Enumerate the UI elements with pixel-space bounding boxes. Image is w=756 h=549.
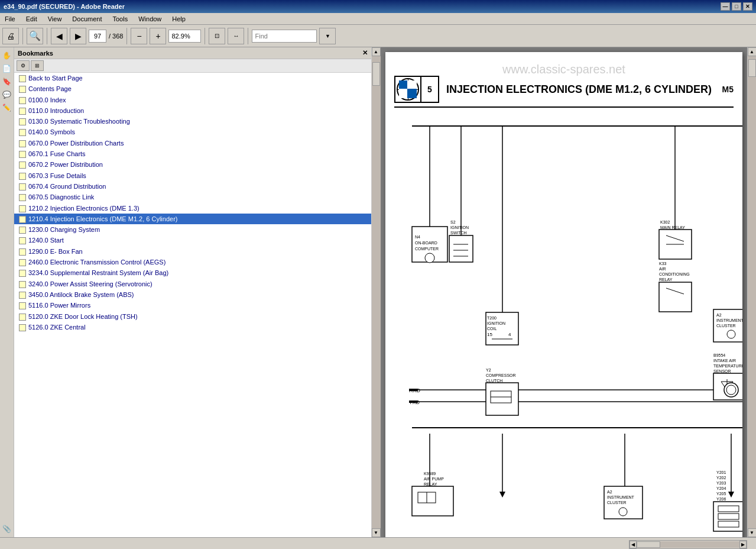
bookmark-item-21[interactable]: 5116.0 Power Mirrors — [14, 300, 371, 311]
bookmarks-options-button[interactable]: ⚙ — [17, 60, 30, 71]
svg-text:COIL: COIL — [487, 327, 497, 331]
scroll-right-arrow[interactable]: ▶ — [739, 541, 747, 548]
bookmark-label: 0140.0 Symbols — [28, 128, 75, 136]
menu-file[interactable]: File — [2, 14, 18, 24]
bookmark-item-12[interactable]: 1210.2 Injection Electronics (DME 1.3) — [14, 203, 371, 214]
bookmark-label: 1290.0 E- Box Fan — [28, 247, 83, 256]
bookmark-item-8[interactable]: 0670.2 Power Distribution — [14, 159, 371, 170]
menu-edit[interactable]: Edit — [24, 14, 40, 24]
fit-width-button[interactable]: ↔ — [228, 28, 244, 44]
hand-icon[interactable]: ✋ — [1, 50, 13, 62]
bookmark-item-23[interactable]: 5126.0 ZKE Central — [14, 322, 371, 332]
bookmark-page-icon — [19, 118, 26, 125]
next-page-button[interactable]: ▶ — [70, 28, 86, 44]
bookmark-page-icon — [19, 140, 26, 147]
svg-text:COMPRESSOR: COMPRESSOR — [486, 373, 516, 377]
find-button[interactable]: ▼ — [319, 28, 336, 44]
bookmark-page-icon — [19, 162, 26, 169]
svg-text:K33: K33 — [659, 261, 667, 266]
find-input[interactable] — [252, 30, 317, 43]
bookmark-label: 2460.0 Electronic Transmission Control (… — [28, 258, 166, 266]
bookmark-label: Back to Start Page — [28, 74, 83, 82]
right-scroll-track — [748, 56, 757, 528]
bottom-scrollbar[interactable]: ◀ ▶ — [629, 540, 747, 549]
bookmark-icon[interactable]: 🔖 — [1, 76, 13, 88]
svg-marker-3 — [409, 389, 418, 391]
svg-text:S2: S2 — [450, 220, 456, 224]
bookmarks-expand-button[interactable]: ⊞ — [31, 60, 44, 71]
bookmark-page-icon — [19, 324, 26, 331]
scroll-thumb[interactable] — [372, 62, 380, 86]
scroll-down-right[interactable]: ▼ — [748, 528, 757, 537]
pen-icon[interactable]: ✏️ — [1, 102, 13, 114]
zoom-out-button[interactable]: − — [131, 28, 147, 44]
zoom-in-btn2[interactable]: + — [150, 28, 166, 44]
h-scroll-thumb[interactable] — [637, 541, 660, 548]
bookmark-label: Contents Page — [28, 85, 72, 93]
page-icon[interactable]: 📄 — [1, 63, 13, 75]
right-scrollbar[interactable]: ▲ ▼ — [747, 47, 756, 537]
bookmark-item-11[interactable]: 0670.5 Diagnostic Link — [14, 192, 371, 202]
svg-text:SWITCH: SWITCH — [450, 231, 467, 235]
paperclip-icon[interactable]: 📎 — [1, 523, 13, 535]
bookmark-page-icon — [19, 194, 26, 201]
minimize-button[interactable]: — — [721, 2, 730, 11]
svg-text:Y2: Y2 — [486, 368, 491, 372]
scroll-left-arrow[interactable]: ◀ — [630, 541, 637, 548]
bookmarks-title: Bookmarks — [18, 50, 53, 57]
page-number-input[interactable]: 97 — [89, 30, 106, 43]
bookmark-item-14[interactable]: 1230.0 Charging System — [14, 224, 371, 235]
bookmark-item-0[interactable]: Back to Start Page — [14, 73, 371, 83]
menu-tools[interactable]: Tools — [111, 14, 131, 24]
bookmark-item-17[interactable]: 2460.0 Electronic Transmission Control (… — [14, 257, 371, 267]
scroll-up-right[interactable]: ▲ — [748, 47, 757, 56]
bookmark-page-icon — [19, 259, 26, 266]
bookmark-item-5[interactable]: 0140.0 Symbols — [14, 127, 371, 137]
bookmark-item-16[interactable]: 1290.0 E- Box Fan — [14, 246, 371, 257]
zoom-input[interactable] — [168, 30, 201, 43]
scroll-down-arrow[interactable]: ▼ — [372, 528, 381, 537]
window-controls[interactable]: — □ ✕ — [721, 2, 752, 11]
bookmark-item-1[interactable]: Contents Page — [14, 83, 371, 94]
maximize-button[interactable]: □ — [732, 2, 741, 11]
title-text: e34_90.pdf (SECURED) - Adobe Reader — [4, 3, 125, 10]
menu-window[interactable]: Window — [136, 14, 164, 24]
scroll-up-arrow[interactable]: ▲ — [372, 47, 381, 56]
right-scroll-thumb[interactable] — [748, 59, 756, 77]
bookmark-item-19[interactable]: 3240.0 Power Assist Steering (Servotroni… — [14, 279, 371, 289]
bookmark-item-13[interactable]: 1210.4 Injection Electronics (DME M1.2, … — [14, 214, 371, 224]
menu-help[interactable]: Help — [170, 14, 188, 24]
bookmark-item-15[interactable]: 1240.0 Start — [14, 235, 371, 246]
prev-page-button[interactable]: ◀ — [51, 28, 67, 44]
bookmark-label: 5120.0 ZKE Door Lock Heating (TSH) — [28, 312, 138, 321]
bookmark-item-10[interactable]: 0670.4 Ground Distribution — [14, 181, 371, 192]
scroll-track — [372, 56, 381, 528]
zoom-in-button[interactable]: 🔍 — [27, 28, 43, 44]
svg-text:Y206: Y206 — [716, 497, 726, 501]
bookmark-item-9[interactable]: 0670.3 Fuse Details — [14, 170, 371, 181]
bookmark-item-2[interactable]: 0100.0 Index — [14, 95, 371, 105]
comment-icon[interactable]: 💬 — [1, 89, 13, 101]
diagram-header: 5 INJECTION ELECTRONICS (DME M1.2, 6 CYL… — [394, 76, 734, 103]
bookmark-item-18[interactable]: 3234.0 Supplemental Restraint System (Ai… — [14, 267, 371, 278]
svg-text:CONDITIONING: CONDITIONING — [659, 272, 690, 276]
bookmark-page-icon — [19, 108, 26, 115]
bookmark-item-20[interactable]: 3450.0 Antilock Brake System (ABS) — [14, 289, 371, 300]
bookmark-page-icon — [19, 205, 26, 212]
fit-page-button[interactable]: ⊡ — [209, 28, 225, 44]
bookmarks-scrollbar[interactable]: ▲ ▼ — [372, 47, 381, 537]
print-button[interactable]: 🖨 — [2, 28, 19, 44]
menu-view[interactable]: View — [46, 14, 64, 24]
bookmarks-collapse[interactable]: ✕ — [362, 49, 368, 57]
bookmark-item-3[interactable]: 0110.0 Introduction — [14, 105, 371, 116]
bookmark-item-7[interactable]: 0670.1 Fuse Charts — [14, 148, 371, 159]
bookmark-item-4[interactable]: 0130.0 Systematic Troubleshooting — [14, 116, 371, 127]
bookmark-item-22[interactable]: 5120.0 ZKE Door Lock Heating (TSH) — [14, 311, 371, 322]
bookmark-item-6[interactable]: 0670.0 Power Distribution Charts — [14, 138, 371, 148]
menu-document[interactable]: Document — [70, 14, 104, 24]
bookmark-label: 1240.0 Start — [28, 236, 64, 244]
bookmark-label: 1230.0 Charging System — [28, 225, 100, 234]
svg-text:ON-BOARD: ON-BOARD — [415, 241, 437, 245]
svg-text:T200: T200 — [487, 316, 497, 320]
close-button[interactable]: ✕ — [743, 2, 752, 11]
